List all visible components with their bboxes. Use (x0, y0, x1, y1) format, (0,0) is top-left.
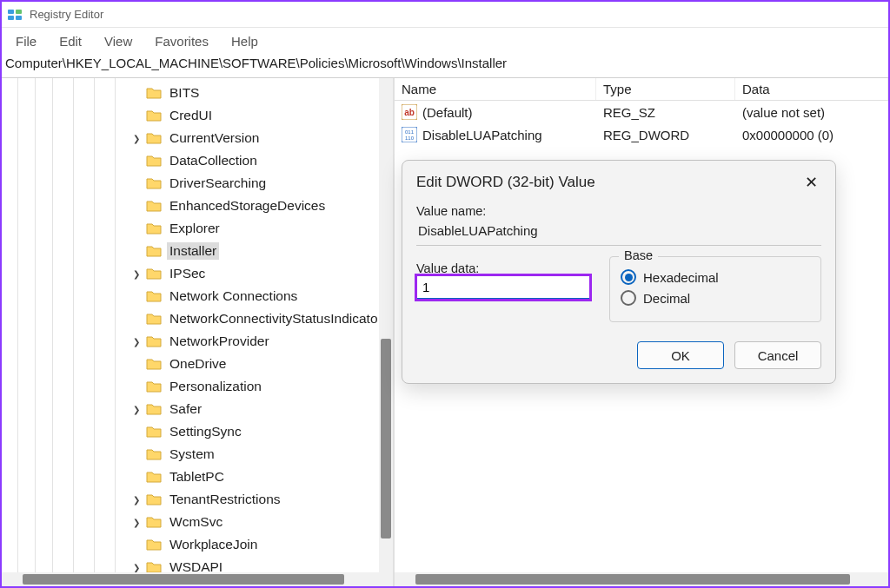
tree-item-label: NetworkConnectivityStatusIndicato (167, 310, 381, 327)
expander-icon[interactable]: ❯ (130, 268, 143, 280)
tree-item-enhancedstoragedevices[interactable]: EnhancedStorageDevices (2, 195, 393, 217)
values-header: Name Type Data (395, 78, 888, 101)
title-bar: Registry Editor (2, 2, 888, 28)
tree-vertical-scrollbar[interactable] (379, 78, 393, 572)
menu-file[interactable]: File (5, 30, 47, 52)
menu-help[interactable]: Help (221, 30, 269, 52)
column-type[interactable]: Type (596, 78, 735, 100)
tree-item-networkconnectivitystatusindicato[interactable]: NetworkConnectivityStatusIndicato (2, 307, 393, 330)
ok-button[interactable]: OK (637, 341, 724, 369)
tree-item-datacollection[interactable]: DataCollection (2, 149, 393, 172)
tree-item-safer[interactable]: ❯Safer (2, 398, 393, 420)
value-data-input[interactable] (416, 275, 590, 300)
folder-icon (146, 312, 162, 326)
tree-item-label: IPSec (167, 265, 208, 282)
tree-item-label: NetworkProvider (167, 333, 272, 350)
tree-item-credui[interactable]: CredUI (2, 104, 393, 127)
tree-item-label: Safer (167, 400, 204, 418)
svg-text:ab: ab (404, 108, 415, 117)
folder-icon (146, 470, 162, 484)
tree-item-onedrive[interactable]: OneDrive (2, 353, 393, 375)
folder-icon (146, 221, 162, 235)
folder-icon (146, 176, 162, 190)
tree-item-label: TenantRestrictions (167, 491, 283, 508)
folder-icon (146, 538, 162, 552)
column-name[interactable]: Name (395, 78, 596, 100)
tree-item-bits[interactable]: BITS (2, 82, 393, 104)
tree-item-network-connections[interactable]: Network Connections (2, 285, 393, 307)
tree-item-system[interactable]: System (2, 443, 393, 466)
tree-item-personalization[interactable]: Personalization (2, 375, 393, 398)
folder-icon (146, 244, 162, 258)
menu-edit[interactable]: Edit (49, 30, 92, 52)
value-name: DisableLUAPatching (422, 128, 542, 142)
string-value-icon: ab (402, 104, 417, 120)
value-type: REG_DWORD (596, 128, 735, 142)
menu-view[interactable]: View (94, 30, 143, 52)
value-row[interactable]: 011110DisableLUAPatchingREG_DWORD0x00000… (395, 123, 888, 146)
tree-horizontal-scrollbar[interactable] (2, 572, 393, 586)
svg-text:011: 011 (405, 129, 415, 135)
tree-item-explorer[interactable]: Explorer (2, 217, 393, 240)
folder-icon (146, 86, 162, 100)
svg-rect-0 (8, 10, 14, 14)
values-horizontal-scrollbar[interactable] (395, 572, 888, 586)
value-type: REG_SZ (596, 105, 735, 120)
window-title: Registry Editor (30, 8, 103, 21)
base-legend: Base (619, 248, 658, 262)
expander-icon[interactable]: ❯ (130, 516, 143, 528)
expander-icon[interactable]: ❯ (130, 335, 143, 347)
expander-icon[interactable]: ❯ (130, 493, 143, 505)
radio-decimal[interactable]: Decimal (621, 290, 810, 306)
tree-item-label: Personalization (167, 378, 264, 395)
cancel-button[interactable]: Cancel (734, 341, 821, 369)
svg-rect-2 (8, 16, 14, 20)
folder-icon (146, 380, 162, 393)
value-name-field: DisableLUAPatching (416, 218, 821, 246)
tree-item-label: DriverSearching (167, 175, 269, 192)
registry-editor-window: Registry Editor File Edit View Favorites… (0, 0, 890, 588)
tree-item-label: Installer (167, 242, 219, 260)
value-row[interactable]: ab(Default)REG_SZ(value not set) (395, 101, 888, 123)
tree-pane: BITSCredUI❯CurrentVersionDataCollectionD… (2, 78, 395, 586)
svg-rect-3 (16, 16, 22, 20)
radio-hexadecimal[interactable]: Hexadecimal (621, 269, 810, 285)
radio-icon (621, 290, 636, 306)
tree-item-settingsync[interactable]: SettingSync (2, 420, 393, 443)
tree-item-label: WcmSvc (167, 513, 225, 531)
tree-item-driversearching[interactable]: DriverSearching (2, 172, 393, 195)
tree-item-label: BITS (167, 84, 202, 102)
tree-item-workplacejoin[interactable]: WorkplaceJoin (2, 533, 393, 556)
folder-icon (146, 492, 162, 506)
tree-item-tenantrestrictions[interactable]: ❯TenantRestrictions (2, 488, 393, 511)
tree-item-installer[interactable]: Installer (2, 240, 393, 262)
close-icon[interactable]: ✕ (800, 173, 821, 192)
folder-icon (146, 425, 162, 439)
menu-favorites[interactable]: Favorites (144, 30, 219, 52)
column-data[interactable]: Data (735, 78, 888, 100)
address-bar[interactable]: Computer\HKEY_LOCAL_MACHINE\SOFTWARE\Pol… (2, 54, 888, 78)
tree-item-currentversion[interactable]: ❯CurrentVersion (2, 127, 393, 149)
folder-icon (146, 357, 162, 371)
svg-text:110: 110 (405, 135, 415, 141)
menu-bar: File Edit View Favorites Help (2, 28, 888, 54)
folder-icon (146, 447, 162, 461)
expander-icon[interactable]: ❯ (130, 403, 143, 415)
value-name-label: Value name: (416, 204, 821, 218)
tree-item-networkprovider[interactable]: ❯NetworkProvider (2, 330, 393, 353)
tree-item-label: EnhancedStorageDevices (167, 197, 328, 215)
tree-item-tabletpc[interactable]: TabletPC (2, 466, 393, 488)
expander-icon[interactable]: ❯ (130, 561, 143, 573)
folder-icon (146, 267, 162, 281)
tree-item-wcmsvc[interactable]: ❯WcmSvc (2, 511, 393, 533)
tree-item-label: SettingSync (167, 423, 244, 440)
tree-item-label: DataCollection (167, 152, 260, 169)
tree-item-label: TabletPC (167, 468, 227, 486)
folder-icon (146, 154, 162, 168)
folder-icon (146, 402, 162, 416)
expander-icon[interactable]: ❯ (130, 132, 143, 144)
tree-item-ipsec[interactable]: ❯IPSec (2, 262, 393, 285)
radio-icon (621, 269, 636, 285)
tree-item-label: WorkplaceJoin (167, 536, 260, 553)
folder-icon (146, 289, 162, 303)
